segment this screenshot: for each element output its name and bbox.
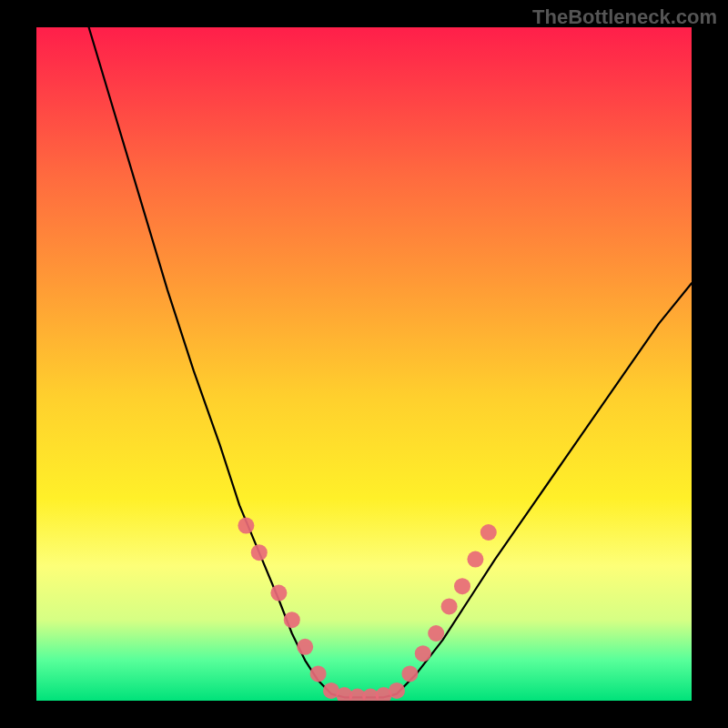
data-point bbox=[251, 544, 268, 561]
data-point bbox=[389, 682, 405, 699]
data-point bbox=[415, 645, 431, 662]
data-point bbox=[297, 639, 313, 655]
series-group bbox=[89, 27, 692, 697]
data-point bbox=[238, 518, 254, 534]
data-point bbox=[480, 524, 497, 541]
data-point bbox=[270, 585, 287, 602]
chart-frame: TheBottleneck.com bbox=[0, 0, 728, 728]
data-point bbox=[428, 625, 444, 642]
marker-group bbox=[238, 518, 496, 701]
chart-svg bbox=[36, 27, 692, 701]
data-point bbox=[467, 551, 483, 568]
data-point bbox=[441, 598, 458, 614]
data-point bbox=[401, 665, 418, 682]
data-point bbox=[284, 612, 300, 628]
bottleneck-curve bbox=[89, 27, 692, 697]
watermark-label: TheBottleneck.com bbox=[532, 5, 717, 29]
data-point bbox=[454, 578, 470, 594]
data-point bbox=[310, 665, 327, 682]
